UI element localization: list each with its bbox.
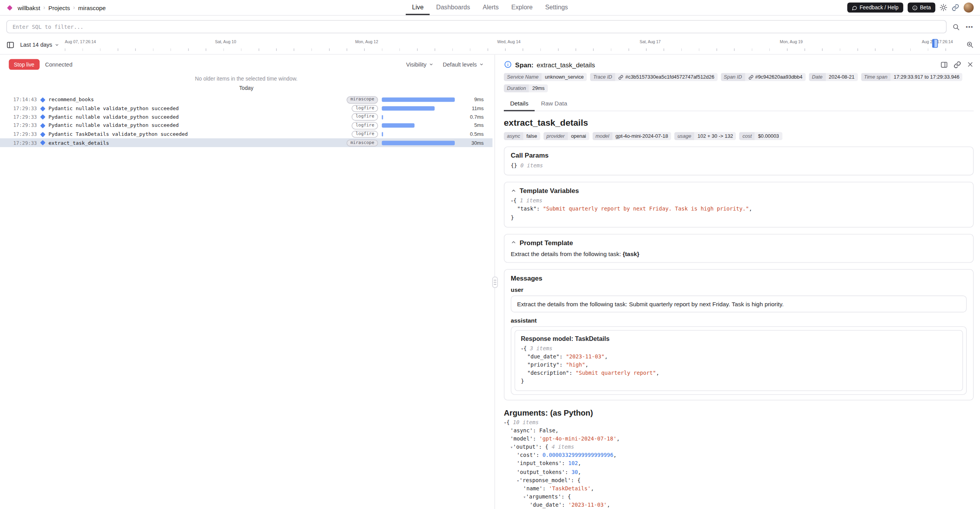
badge-value: $0.00003 xyxy=(755,132,782,140)
code-token: } xyxy=(521,378,524,384)
levels-label: Default levels xyxy=(443,61,477,68)
timeline-ticks xyxy=(65,48,960,51)
trace-tag-badge: logfire xyxy=(352,105,378,112)
timeline-selection-marker[interactable] xyxy=(932,39,938,48)
theme-toggle-icon[interactable] xyxy=(940,4,947,11)
collapse-chevron-icon[interactable]: ▾ xyxy=(523,495,526,500)
response-model-json: ▾{ 3 items "due_date": "2023-11-03", "pr… xyxy=(521,344,957,386)
trace-duration-bar xyxy=(382,123,414,128)
timeline-tick-label: Wed, Aug 14 xyxy=(497,40,521,44)
call-params-items-meta: 0 items xyxy=(521,162,543,168)
code-token: 'name' xyxy=(504,485,542,491)
code-token: "priority" xyxy=(521,362,559,368)
breadcrumb-separator: › xyxy=(43,4,45,11)
sql-filter-input[interactable]: Enter SQL to filter... xyxy=(6,20,947,33)
code-token: , xyxy=(613,452,616,458)
dock-panel-icon[interactable] xyxy=(940,61,948,68)
response-model-title: Response model: TaskDetails xyxy=(521,335,957,342)
code-token: : xyxy=(533,435,539,442)
meta-badge: Trace ID#c3b5157330ea5c1fd4572747af512d2… xyxy=(590,73,717,81)
user-role-label: user xyxy=(511,286,967,293)
trace-row[interactable]: 17:14:43recommend_booksmirascope9ms xyxy=(0,96,493,104)
breadcrumb-item-mirascope[interactable]: mirascope xyxy=(78,4,106,11)
nav-tab-settings[interactable]: Settings xyxy=(539,0,574,15)
trace-duration-bar xyxy=(382,132,383,136)
template-variables-toggle[interactable]: Template Variables xyxy=(511,187,967,194)
code-token: "description" xyxy=(521,370,569,376)
code-line: 'output_tokens': 30, xyxy=(504,468,974,476)
trace-row[interactable]: 17:29:33Pydantic nullable validate_pytho… xyxy=(0,121,493,130)
code-token: : { xyxy=(539,444,552,450)
nav-tab-dashboards[interactable]: Dashboards xyxy=(430,0,476,15)
code-token: : xyxy=(569,370,576,376)
code-line: 'model': 'gpt-4o-mini-2024-07-18', xyxy=(504,435,974,443)
timeline-tick-label: Mon, Aug 19 xyxy=(780,40,803,44)
user-avatar[interactable] xyxy=(964,2,974,12)
nav-tab-explore[interactable]: Explore xyxy=(505,0,539,15)
chevron-up-icon xyxy=(511,240,517,246)
timeline-zoom-icon[interactable] xyxy=(966,41,973,48)
code-token: : xyxy=(562,460,568,467)
search-icon[interactable] xyxy=(952,23,960,30)
trace-row[interactable]: 17:29:33Pydantic nullable validate_pytho… xyxy=(0,104,493,113)
topbar-right: Feedback / Help Beta xyxy=(847,2,973,12)
close-panel-icon[interactable] xyxy=(967,61,974,68)
code-token: 3 items xyxy=(530,345,552,351)
copy-link-icon[interactable] xyxy=(954,61,961,68)
code-token: : xyxy=(559,362,566,368)
empty-notice: No older items in the selected time wind… xyxy=(0,75,493,82)
code-token: 4 items xyxy=(552,444,574,450)
more-options-button[interactable]: ⋯ xyxy=(966,24,974,29)
badge-label: Date xyxy=(809,73,825,81)
messages-title: Messages xyxy=(511,274,967,281)
span-level-icon xyxy=(40,97,46,103)
code-token: 1 items xyxy=(520,198,542,204)
stop-live-button[interactable]: Stop live xyxy=(9,59,40,70)
code-token xyxy=(504,493,523,500)
badge-value: #9c942620aa93dbb4 xyxy=(745,73,806,81)
badge-label: Duration xyxy=(504,84,529,92)
trace-row[interactable]: 17:29:33Pydantic TaskDetails validate_py… xyxy=(0,130,493,139)
beta-button[interactable]: Beta xyxy=(907,2,935,12)
meta-badge: Duration29ms xyxy=(504,84,548,92)
panel-resize-handle[interactable] xyxy=(493,55,498,509)
code-token: 102 xyxy=(568,460,578,467)
org-logo-icon[interactable] xyxy=(6,4,13,11)
nav-tab-alerts[interactable]: Alerts xyxy=(476,0,505,15)
tab-raw-data[interactable]: Raw Data xyxy=(535,97,574,111)
feedback-help-button[interactable]: Feedback / Help xyxy=(847,2,903,12)
trace-row[interactable]: 17:29:33extract_task_detailsmirascope30m… xyxy=(0,139,493,147)
main-content: Stop live Connected Visibility Default l… xyxy=(0,54,980,509)
collapse-chevron-icon[interactable]: ▾ xyxy=(517,478,519,483)
share-link-icon[interactable] xyxy=(952,4,959,11)
breadcrumb-item-willbakst[interactable]: willbakst xyxy=(18,4,40,11)
link-icon[interactable] xyxy=(618,74,623,79)
code-token: 10 items xyxy=(513,419,538,425)
trace-duration-bar xyxy=(382,98,455,102)
detail-tabs: DetailsRaw Data xyxy=(504,97,974,111)
resize-grip-icon[interactable] xyxy=(492,276,498,288)
user-message-text: Extract the details from the following t… xyxy=(517,300,784,307)
timeline-track[interactable]: Aug 07, 17:26:14Sat, Aug 10Mon, Aug 12We… xyxy=(65,38,960,52)
span-title: extract_task_details xyxy=(504,118,974,128)
time-range-selector[interactable]: Last 14 days xyxy=(20,42,59,48)
levels-dropdown[interactable]: Default levels xyxy=(443,61,484,68)
code-line: "due_date": "2023-11-03", xyxy=(521,353,957,361)
sidebar-toggle-icon[interactable] xyxy=(6,40,14,49)
code-line: ▾'arguments': { xyxy=(504,493,974,501)
visibility-dropdown[interactable]: Visibility xyxy=(406,61,433,68)
span-meta-badges: Service Nameunknown_serviceTrace ID#c3b5… xyxy=(504,73,974,92)
span-attribute-badges: asyncfalseprovideropenaimodelgpt-4o-mini… xyxy=(504,132,974,140)
attribute-badge: modelgpt-4o-mini-2024-07-18 xyxy=(592,132,671,140)
tab-details[interactable]: Details xyxy=(504,97,535,111)
code-token: 'response_model' xyxy=(519,477,571,483)
trace-name: Pydantic TaskDetails validate_python suc… xyxy=(48,132,348,137)
breadcrumb-item-projects[interactable]: Projects xyxy=(48,4,70,11)
chevron-down-icon xyxy=(55,42,59,47)
trace-row[interactable]: 17:29:33Pydantic nullable validate_pytho… xyxy=(0,113,493,121)
trace-duration: 5ms xyxy=(461,123,484,129)
badge-label: cost xyxy=(739,132,755,140)
prompt-template-toggle[interactable]: Prompt Template xyxy=(511,239,967,246)
link-icon[interactable] xyxy=(748,74,753,79)
nav-tab-live[interactable]: Live xyxy=(406,0,430,15)
